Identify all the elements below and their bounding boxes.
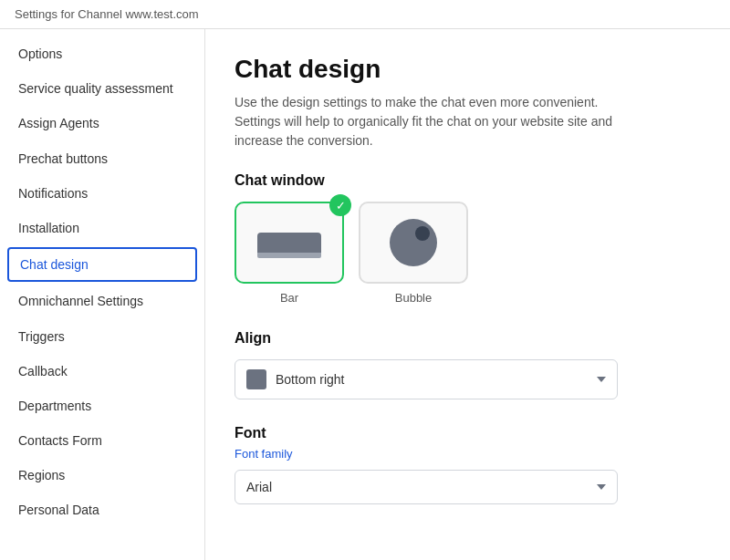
selected-check-icon: ✓ — [329, 194, 351, 216]
sidebar-item-departments[interactable]: Departments — [0, 389, 204, 423]
sidebar-item-service-quality[interactable]: Service quality assessment — [0, 71, 204, 106]
align-icon — [246, 369, 266, 389]
window-option-bar[interactable]: ✓ Bar — [235, 202, 344, 305]
chevron-down-icon — [597, 377, 606, 382]
font-section-title: Font — [235, 425, 701, 441]
bubble-option-label: Bubble — [395, 291, 432, 305]
align-select-wrapper: Bottom right — [235, 359, 618, 399]
bar-option-label: Bar — [280, 291, 298, 305]
sidebar-item-prechat-buttons[interactable]: Prechat buttons — [0, 141, 204, 176]
bar-widget-icon — [257, 233, 321, 253]
align-select[interactable]: Bottom right — [235, 359, 618, 399]
align-selected-value: Bottom right — [276, 372, 344, 387]
font-family-select[interactable]: Arial — [235, 470, 618, 504]
align-section-title: Align — [235, 330, 701, 347]
chat-window-section-title: Chat window — [235, 172, 701, 189]
bar-option-box[interactable]: ✓ — [235, 202, 344, 284]
sidebar-item-regions[interactable]: Regions — [0, 458, 204, 493]
font-family-select-wrapper: Arial — [235, 470, 618, 504]
font-family-label: Font family — [235, 447, 701, 461]
sidebar-item-notifications[interactable]: Notifications — [0, 176, 204, 211]
font-section: Font Font family Arial — [235, 425, 701, 504]
bubble-option-box[interactable] — [359, 202, 468, 284]
bubble-widget-icon — [390, 219, 437, 266]
chat-window-options: ✓ Bar Bubble — [235, 202, 701, 305]
content-area: Options Service quality assessment Assig… — [0, 29, 730, 560]
sidebar-item-omnichannel-settings[interactable]: Omnichannel Settings — [0, 284, 204, 318]
sidebar-item-installation[interactable]: Installation — [0, 211, 204, 245]
chat-window-section: Chat window ✓ Bar Bubble — [235, 172, 701, 305]
settings-channel-title: Settings for Channel www.test.com — [15, 7, 199, 21]
align-section: Align Bottom right — [235, 330, 701, 399]
main-content: Chat design Use the design settings to m… — [205, 29, 730, 560]
sidebar-item-contacts-form[interactable]: Contacts Form — [0, 423, 204, 458]
sidebar: Options Service quality assessment Assig… — [0, 29, 205, 560]
font-family-selected-value: Arial — [246, 480, 272, 494]
window-option-bubble[interactable]: Bubble — [359, 202, 468, 305]
sidebar-item-assign-agents[interactable]: Assign Agents — [0, 106, 204, 140]
sidebar-item-callback[interactable]: Callback — [0, 354, 204, 389]
sidebar-item-personal-data[interactable]: Personal Data — [0, 493, 204, 527]
sidebar-item-chat-design[interactable]: Chat design — [7, 247, 197, 282]
sidebar-item-triggers[interactable]: Triggers — [0, 319, 204, 354]
page-title: Chat design — [235, 55, 701, 84]
sidebar-item-options[interactable]: Options — [0, 36, 204, 71]
page-description: Use the design settings to make the chat… — [235, 93, 618, 150]
font-chevron-down-icon — [597, 484, 606, 490]
top-bar: Settings for Channel www.test.com — [0, 0, 730, 29]
